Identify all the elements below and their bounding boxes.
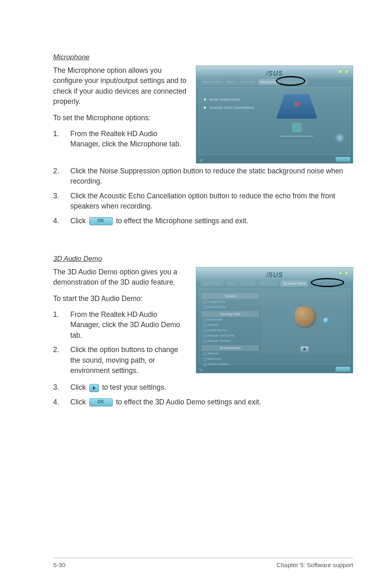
audio-object-graphic	[294, 306, 315, 327]
list-number: 2.	[53, 166, 70, 187]
list-number: 1.	[53, 129, 70, 150]
tab-3d-audio-demo[interactable]: 3D Audio Demo	[280, 79, 308, 85]
sound-option[interactable]: Buzzing Bee	[202, 304, 259, 310]
path-option[interactable]: Manual: Horizontal	[202, 333, 259, 338]
tab-sound-effect[interactable]: Sound Effect	[200, 281, 224, 287]
chapter-label: Chapter 5: Software support	[276, 561, 353, 568]
mic-step-2: Click the Noise Suppression option butto…	[70, 166, 353, 187]
tabs-row: Sound Effect Mixer Audio I/O Microphone …	[200, 79, 349, 85]
demo-step-2: Click the option buttons to change the s…	[70, 345, 187, 376]
3d-audio-screenshot: /SUS Sound Effect Mixer Audio I/O Microp…	[196, 267, 353, 373]
tab-audio-io[interactable]: Audio I/O	[238, 79, 257, 85]
orbit-marker	[323, 318, 329, 323]
tab-microphone[interactable]: Microphone	[258, 79, 280, 85]
option-noise-suppression[interactable]: Noise Suppression	[203, 97, 254, 101]
option-label: Acoustic Echo Cancellation	[209, 105, 254, 110]
mic-step-4: Click to effect the Microphone settings …	[70, 216, 353, 226]
ok-button[interactable]	[336, 157, 350, 162]
play-button[interactable]	[300, 346, 309, 352]
tab-sound-effect[interactable]: Sound Effect	[200, 79, 224, 85]
demo-step-3: Click to test your settings.	[70, 382, 353, 393]
screenshot-footer-text: ajt	[199, 158, 203, 162]
panel-sound-head: Sound	[202, 293, 259, 299]
panel-path-head: Moving Path	[202, 311, 259, 317]
microphone-heading: Microphone	[53, 53, 353, 61]
3d-audio-demo-heading: 3D Audio Demo	[53, 255, 353, 263]
asus-logo: /SUS	[266, 70, 283, 77]
demo-step-4: Click to effect the 3D Audio Demo settin…	[70, 397, 353, 407]
play-button-inline[interactable]	[89, 384, 99, 392]
3d-audio-intro: The 3D Audio Demo option gives you a dem…	[53, 267, 187, 288]
mic-step-3: Click the Acoustic Echo Cancellation opt…	[70, 191, 353, 212]
screenshot-footer-text: ajt	[199, 368, 203, 372]
microphone-screenshot: /SUS Sound Effect Mixer Audio I/O Microp…	[196, 65, 353, 164]
window-buttons	[338, 271, 349, 275]
env-option[interactable]: Stone Corridor	[202, 361, 259, 367]
tab-3d-audio-demo[interactable]: 3D Audio Demo	[280, 281, 308, 287]
option-acoustic-echo[interactable]: Acoustic Echo Cancellation	[203, 105, 254, 110]
path-option[interactable]: Manual: Vertical	[202, 338, 259, 343]
microphone-toset: To set the Microphone options:	[53, 113, 187, 123]
path-option[interactable]: Horizontal	[202, 317, 259, 322]
env-option[interactable]: Bathroom	[202, 356, 259, 361]
gear-icon[interactable]	[335, 133, 344, 142]
window-buttons	[338, 69, 349, 74]
path-option[interactable]: Vertical	[202, 322, 259, 328]
ok-button[interactable]	[336, 367, 350, 372]
list-number: 3.	[53, 382, 70, 393]
3d-audio-tostart: To start the 3D Audio Demo:	[53, 294, 187, 304]
microphone-icon	[292, 123, 302, 132]
demo-step-1: From the Realtek HD Audio Manager, click…	[70, 310, 187, 341]
ok-button-inline[interactable]	[89, 217, 113, 225]
path-option[interactable]: Insect Motion	[202, 328, 259, 333]
list-number: 2.	[53, 345, 70, 376]
ok-button-inline[interactable]	[89, 398, 113, 406]
panel-env-head: Environment	[202, 345, 259, 351]
mic-step-1: From the Realtek HD Audio Manager, click…	[70, 129, 187, 150]
list-number: 4.	[53, 216, 70, 226]
slider[interactable]	[280, 136, 313, 137]
list-number: 3.	[53, 191, 70, 212]
env-option[interactable]: #None#	[202, 351, 259, 356]
page-number: 5-30	[53, 561, 65, 568]
list-number: 4.	[53, 397, 70, 407]
tab-mixer[interactable]: Mixer	[225, 281, 238, 287]
sound-option[interactable]: Loopy Music	[202, 299, 259, 304]
microphone-intro: The Microphone option allows you configu…	[53, 65, 187, 107]
tabs-row: Sound Effect Mixer Audio I/O Microphone …	[200, 281, 349, 287]
tab-microphone[interactable]: Microphone	[258, 281, 280, 287]
option-label: Noise Suppression	[209, 97, 240, 101]
list-number: 1.	[53, 310, 70, 341]
tab-mixer[interactable]: Mixer	[225, 79, 238, 85]
asus-logo: /SUS	[266, 272, 283, 279]
speaker-graphic	[276, 94, 317, 119]
tab-audio-io[interactable]: Audio I/O	[238, 281, 257, 287]
